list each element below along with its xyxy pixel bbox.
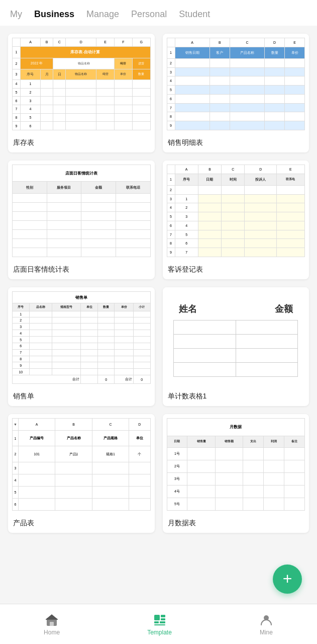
nav-manage[interactable]: Manage — [86, 9, 119, 20]
card-preview-inventory: ABCDEFG 1 库存表-自动计算 2 2022 年 物品名称 绳管 进货 — [8, 34, 155, 134]
svg-rect-3 — [50, 622, 54, 626]
svg-rect-8 — [160, 621, 165, 623]
mine-icon — [259, 613, 273, 627]
template-card-inventory[interactable]: ABCDEFG 1 库存表-自动计算 2 2022 年 物品名称 绳管 进货 — [8, 34, 155, 152]
card-label-complaint: 客诉登记表 — [163, 261, 309, 279]
card-label-monthly: 月数据表 — [163, 515, 309, 533]
nav-student[interactable]: Student — [179, 9, 210, 20]
nav-personal[interactable]: Personal — [131, 9, 167, 20]
svg-rect-6 — [161, 618, 165, 620]
template-card-sales-detail[interactable]: ABCDE 1 销售日期 客户 产品名称 数量 单价 2 3 4 5 6 — [163, 34, 309, 152]
template-card-sales-order[interactable]: 销售单 序号 品名称 规格型号 单位 数量 单价 小计 1 2 3 4 — [8, 287, 155, 406]
tab-mine-label: Mine — [260, 629, 273, 636]
svg-marker-2 — [46, 614, 58, 619]
card-label-inventory: 库存表 — [8, 134, 155, 152]
card-preview-sales-order: 销售单 序号 品名称 规格型号 单位 数量 单价 小计 1 2 3 4 — [8, 287, 155, 388]
home-icon — [45, 613, 59, 627]
card-label-sales-detail: 销售明细表 — [163, 134, 309, 152]
template-card-complaint[interactable]: ABCDE 1 序号 日期 时间 投诉人 联系电 2 31 42 53 64 — [163, 160, 309, 279]
svg-rect-9 — [154, 624, 165, 625]
card-label-sales-order: 销售单 — [8, 388, 155, 406]
card-preview-complaint: ABCDE 1 序号 日期 时间 投诉人 联系电 2 31 42 53 64 — [163, 160, 309, 261]
template-card-monthly[interactable]: 月数据 日期 销售量 销售额 支出 利润 备注 1号 2号 3号 4号 5号 — [163, 414, 309, 533]
svg-rect-7 — [154, 621, 159, 623]
template-grid: ABCDEFG 1 库存表-自动计算 2 2022 年 物品名称 绳管 进货 — [0, 26, 317, 573]
tab-home-label: Home — [44, 629, 60, 636]
card-preview-count-table: 姓名 金额 — [163, 287, 309, 388]
template-icon — [153, 613, 167, 627]
svg-rect-4 — [154, 615, 160, 620]
card-label-product: 产品表 — [8, 515, 155, 533]
fab-add-button[interactable]: + — [273, 565, 302, 594]
card-preview-monthly: 月数据 日期 销售量 销售额 支出 利润 备注 1号 2号 3号 4号 5号 — [163, 414, 309, 515]
svg-rect-5 — [161, 615, 165, 617]
card-label-customer-stat: 店面日客情统计表 — [8, 261, 155, 279]
add-icon: + — [283, 571, 292, 587]
nav-my[interactable]: My — [10, 9, 22, 20]
tab-template[interactable]: Template — [147, 613, 172, 636]
nav-business[interactable]: Business — [34, 9, 74, 20]
nav-header: My Business Manage Personal Student — [0, 0, 317, 26]
template-card-customer-stat[interactable]: 店面日客情统计表 性别 服务项目 金额 联系电话 — [8, 160, 155, 279]
tab-mine[interactable]: Mine — [259, 613, 273, 636]
template-card-count-table[interactable]: 姓名 金额 单计数表格1 — [163, 287, 309, 406]
card-preview-product: ▼ ABCD 1 产品编号 产品名称 产品规格 单位 2 101 产品1 — [8, 414, 155, 515]
bottom-nav: Home Template Mine — [0, 604, 317, 644]
card-label-count-table: 单计数表格1 — [163, 388, 309, 406]
card-preview-sales-detail: ABCDE 1 销售日期 客户 产品名称 数量 单价 2 3 4 5 6 — [163, 34, 309, 134]
card-preview-customer-stat: 店面日客情统计表 性别 服务项目 金额 联系电话 — [8, 160, 155, 261]
template-card-product[interactable]: ▼ ABCD 1 产品编号 产品名称 产品规格 单位 2 101 产品1 — [8, 414, 155, 533]
tab-home[interactable]: Home — [44, 613, 60, 636]
tab-template-label: Template — [147, 629, 172, 636]
